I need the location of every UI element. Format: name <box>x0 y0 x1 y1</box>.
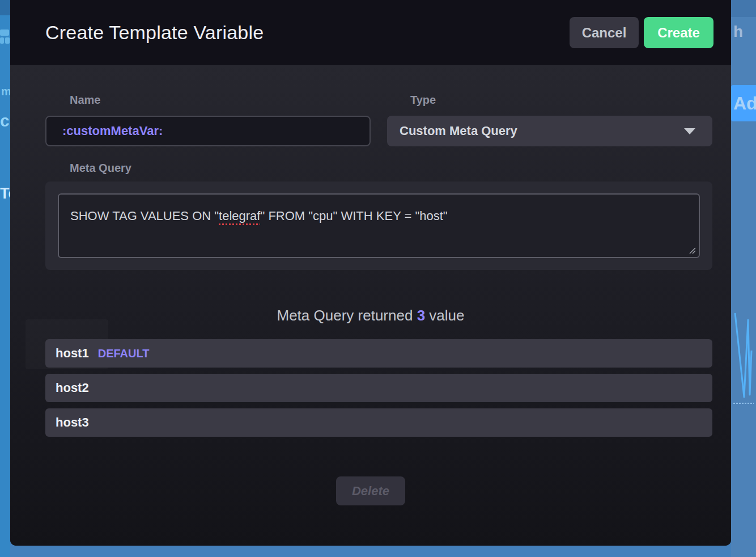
background-add-button-fragment[interactable]: Ad <box>731 85 756 121</box>
meta-query-panel: SHOW TAG VALUES ON "telegraf" FROM "cpu"… <box>45 182 712 270</box>
query-text-misspelled: telegraf <box>219 209 260 223</box>
variable-name-input[interactable] <box>45 116 371 146</box>
background-text-fragment: h <box>733 23 743 41</box>
page-title: Create Template Variable <box>45 22 264 44</box>
chevron-down-icon <box>684 128 695 134</box>
results-count: 3 <box>417 307 425 324</box>
value-name: host2 <box>56 381 89 395</box>
meta-query-textarea[interactable]: SHOW TAG VALUES ON "telegraf" FROM "cpu"… <box>58 193 700 258</box>
default-badge: DEFAULT <box>98 347 150 360</box>
query-text: " FROM "cpu" WITH KEY = "host" <box>260 209 447 223</box>
background-page-right-sliver: h Ad <box>731 0 756 557</box>
variable-type-dropdown[interactable]: Custom Meta Query <box>387 116 712 146</box>
cancel-button[interactable]: Cancel <box>570 17 639 48</box>
results-heading-prefix: Meta Query returned <box>277 307 417 324</box>
variable-type-selected-value: Custom Meta Query <box>400 124 517 138</box>
modal-header: Create Template Variable Cancel Create <box>10 0 731 65</box>
textarea-resize-handle[interactable] <box>688 246 696 254</box>
modal-body: Name Type Custom Meta Query Meta Query S… <box>10 65 731 546</box>
create-template-variable-modal: Create Template Variable Cancel Create N… <box>10 0 731 546</box>
background-header-strip <box>731 0 756 17</box>
query-text: SHOW TAG VALUES ON " <box>70 209 219 223</box>
background-sparkline-graph <box>731 311 756 407</box>
background-header-strip <box>0 0 10 15</box>
value-name: host1 <box>56 346 89 361</box>
meta-query-values-list: host1 DEFAULT host2 host3 <box>45 339 712 443</box>
meta-query-label: Meta Query <box>70 162 131 175</box>
value-name: host3 <box>56 415 89 430</box>
delete-button[interactable]: Delete <box>336 476 405 505</box>
value-row-host3[interactable]: host3 <box>45 408 712 437</box>
meta-query-results-heading: Meta Query returned 3 value <box>10 307 731 324</box>
create-button[interactable]: Create <box>644 17 713 48</box>
background-page-left-sliver: m cp Te <box>0 0 10 557</box>
results-heading-suffix: value <box>425 307 464 324</box>
type-field-label: Type <box>410 94 436 107</box>
cells-icon <box>0 28 10 47</box>
name-field-label: Name <box>70 94 100 107</box>
value-row-host1[interactable]: host1 DEFAULT <box>45 339 712 368</box>
value-row-host2[interactable]: host2 <box>45 374 712 402</box>
